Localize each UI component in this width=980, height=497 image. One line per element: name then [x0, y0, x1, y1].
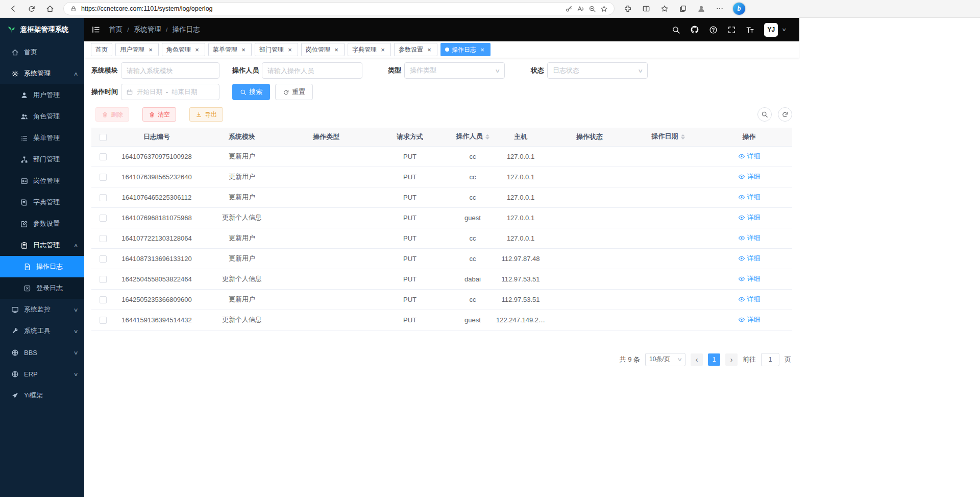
column-header-4[interactable]: 操作人员	[453, 128, 493, 146]
breadcrumb-home[interactable]: 首页	[109, 25, 122, 34]
delete-button[interactable]: 删除	[95, 107, 129, 122]
tab-5[interactable]: 岗位管理×	[301, 43, 345, 56]
help-icon[interactable]	[709, 26, 718, 34]
start-date-placeholder[interactable]: 开始日期	[137, 88, 162, 97]
detail-link[interactable]: 详细	[738, 172, 761, 181]
reset-button[interactable]: 重置	[275, 84, 313, 100]
fullscreen-icon[interactable]	[727, 26, 736, 34]
detail-link[interactable]: 详细	[738, 213, 761, 222]
status-select[interactable]: 日志状态 ∨	[547, 62, 648, 79]
sidebar-item-8[interactable]: 参数设置	[0, 213, 84, 234]
detail-link[interactable]: 详细	[738, 193, 761, 202]
tab-3[interactable]: 菜单管理×	[208, 43, 252, 56]
tab-7[interactable]: 参数设置×	[394, 43, 437, 56]
page-size-select[interactable]: 10条/页 ∨	[645, 353, 685, 366]
profile-avatar[interactable]	[693, 2, 709, 16]
bing-icon[interactable]: b	[733, 3, 745, 15]
home-button[interactable]	[42, 2, 58, 16]
detail-link[interactable]: 详细	[738, 233, 761, 243]
tab-1[interactable]: 用户管理×	[115, 43, 159, 56]
reload-button[interactable]	[23, 2, 40, 16]
read-aloud-icon[interactable]	[577, 5, 584, 13]
url-text[interactable]: https://ccnetcore.com:1101/system/log/op…	[81, 5, 213, 12]
search-icon[interactable]	[672, 26, 680, 34]
date-range-picker[interactable]: 开始日期 - 结束日期	[121, 84, 219, 100]
more-menu-button[interactable]	[712, 2, 728, 16]
column-header-7[interactable]: 操作日期	[630, 128, 706, 146]
row-checkbox[interactable]	[100, 276, 107, 283]
tab-close-icon[interactable]: ×	[286, 46, 293, 53]
sidebar-item-0[interactable]: 首页	[0, 41, 84, 63]
zoom-out-icon[interactable]	[589, 5, 596, 13]
favorite-star-icon[interactable]	[600, 5, 608, 13]
tab-4[interactable]: 部门管理×	[255, 43, 298, 56]
sidebar-item-2[interactable]: 用户管理	[0, 84, 84, 106]
sidebar-item-13[interactable]: 系统工具∨	[0, 320, 84, 342]
address-bar[interactable]: https://ccnetcore.com:1101/system/log/op…	[63, 2, 615, 15]
type-select[interactable]: 操作类型 ∨	[404, 62, 505, 79]
row-checkbox[interactable]	[100, 194, 107, 201]
tab-6[interactable]: 字典管理×	[348, 43, 391, 56]
user-avatar[interactable]: YJ	[764, 23, 778, 37]
sidebar-item-7[interactable]: 字典管理	[0, 192, 84, 213]
detail-link[interactable]: 详细	[738, 274, 761, 283]
sidebar-item-15[interactable]: ERP∨	[0, 363, 84, 385]
row-checkbox[interactable]	[100, 174, 107, 181]
sort-carets[interactable]	[485, 132, 489, 141]
row-checkbox[interactable]	[100, 255, 107, 263]
tab-0[interactable]: 首页	[91, 43, 112, 56]
select-all-checkbox[interactable]	[100, 134, 107, 141]
sidebar-toggle-button[interactable]	[91, 25, 101, 34]
favorites-button[interactable]	[656, 2, 673, 16]
detail-link[interactable]: 详细	[738, 315, 761, 324]
split-screen-button[interactable]	[638, 2, 654, 16]
tab-close-icon[interactable]: ×	[379, 46, 386, 53]
tab-close-icon[interactable]: ×	[426, 46, 433, 53]
search-button[interactable]: 搜索	[232, 84, 270, 100]
export-button[interactable]: 导出	[189, 107, 223, 122]
back-button[interactable]	[5, 2, 21, 16]
sidebar-item-6[interactable]: 岗位管理	[0, 170, 84, 192]
sidebar-item-14[interactable]: BBS∨	[0, 342, 84, 363]
goto-page-input[interactable]	[761, 353, 779, 366]
sort-carets[interactable]	[681, 132, 685, 141]
font-size-icon[interactable]	[746, 26, 754, 34]
github-icon[interactable]	[690, 25, 699, 34]
sidebar-item-3[interactable]: 角色管理	[0, 106, 84, 127]
extensions-button[interactable]	[620, 2, 636, 16]
sidebar-item-10[interactable]: 操作日志	[0, 256, 84, 277]
row-checkbox[interactable]	[100, 296, 107, 303]
end-date-placeholder[interactable]: 结束日期	[172, 88, 197, 97]
tab-2[interactable]: 角色管理×	[162, 43, 205, 56]
tab-close-icon[interactable]: ×	[193, 46, 201, 53]
tab-close-icon[interactable]: ×	[147, 46, 154, 53]
row-checkbox[interactable]	[100, 215, 107, 222]
refresh-table-button[interactable]	[778, 107, 792, 122]
app-logo[interactable]: 意框架管理系统	[0, 18, 84, 41]
detail-link[interactable]: 详细	[738, 254, 761, 263]
prev-page-button[interactable]: ‹	[691, 353, 703, 366]
sidebar-item-1[interactable]: 系统管理∧	[0, 63, 84, 84]
row-checkbox[interactable]	[100, 317, 107, 324]
operator-input[interactable]	[262, 62, 362, 79]
sidebar-item-5[interactable]: 部门管理	[0, 149, 84, 170]
tab-close-icon[interactable]: ×	[333, 46, 340, 53]
tab-close-icon[interactable]: ×	[240, 46, 247, 53]
tab-8[interactable]: 操作日志×	[440, 43, 491, 56]
module-input[interactable]	[121, 62, 219, 79]
sidebar-item-11[interactable]: 登录日志	[0, 277, 84, 299]
password-key-icon[interactable]	[565, 5, 573, 13]
detail-link[interactable]: 详细	[738, 295, 761, 304]
detail-link[interactable]: 详细	[738, 152, 761, 161]
sidebar-item-12[interactable]: 系统监控∨	[0, 299, 84, 320]
next-page-button[interactable]: ›	[725, 353, 738, 366]
toggle-search-button[interactable]	[757, 107, 772, 122]
sidebar-item-4[interactable]: 菜单管理	[0, 127, 84, 149]
collections-button[interactable]	[675, 2, 691, 16]
row-checkbox[interactable]	[100, 235, 107, 242]
row-checkbox[interactable]	[100, 153, 107, 160]
current-page-button[interactable]: 1	[708, 353, 720, 366]
sidebar-item-16[interactable]: Yi框架	[0, 385, 84, 406]
sidebar-item-9[interactable]: 日志管理∧	[0, 234, 84, 256]
clear-button[interactable]: 清空	[142, 107, 176, 122]
